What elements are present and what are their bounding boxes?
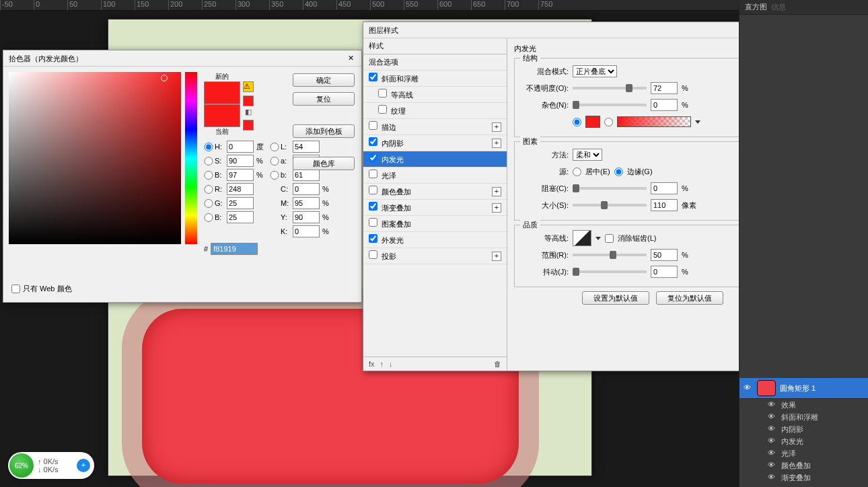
glow-gradient-swatch[interactable] [617,116,691,127]
plus-icon[interactable]: + [492,187,501,196]
style-item-checkbox[interactable] [369,202,377,211]
fx-sub-item[interactable]: 👁内阴影 [739,423,868,435]
web-swatch[interactable] [243,120,254,130]
hue-strip[interactable] [185,72,197,244]
blend-options-item[interactable]: 混合选项 [363,54,507,71]
style-item[interactable]: 内阴影+ [363,135,507,151]
choke-input[interactable] [651,182,678,194]
style-item-checkbox[interactable] [369,137,377,146]
noise-slider[interactable] [573,104,647,106]
style-item[interactable]: 等高线 [363,87,507,103]
input-y[interactable] [293,211,320,223]
gamut-swatch[interactable] [243,96,254,106]
network-widget[interactable]: 62% ↑ 0K/s↓ 0K/s + [8,452,94,479]
input-k[interactable] [293,225,320,237]
source-edge-radio[interactable] [614,167,623,176]
style-item[interactable]: 外发光 [363,232,507,248]
radio-b2[interactable] [204,213,213,222]
input-h[interactable] [227,141,254,153]
plus-icon[interactable]: + [492,122,501,132]
glow-gradient-radio[interactable] [604,118,613,126]
glow-solid-radio[interactable] [573,118,581,126]
style-item-checkbox[interactable] [369,121,377,130]
input-s[interactable] [227,155,254,167]
style-item[interactable]: 投影+ [363,248,507,264]
fx-sub-item[interactable]: 👁内发光 [739,435,868,447]
fx-sub-item[interactable]: 👁渐变叠加 [739,472,868,484]
range-input[interactable] [651,249,678,261]
chevron-down-icon[interactable] [695,120,700,124]
plus-icon[interactable]: + [77,459,90,472]
size-input[interactable] [651,199,678,211]
plus-icon[interactable]: + [492,203,501,213]
jitter-input[interactable] [651,266,678,278]
trash-icon[interactable]: 🗑 [494,360,501,368]
fx-sub-item[interactable]: 👁颜色叠加 [739,459,868,472]
style-item[interactable]: 图案叠加 [363,216,507,232]
source-center-radio[interactable] [573,167,581,176]
style-item-checkbox[interactable] [369,234,377,243]
radio-b[interactable] [270,171,279,180]
noise-input[interactable] [651,99,678,111]
input-g[interactable] [227,197,254,209]
plus-icon[interactable]: + [492,252,501,261]
style-item[interactable]: 斜面和浮雕 [363,71,507,87]
style-item-checkbox[interactable] [369,218,377,227]
style-item[interactable]: 描边+ [363,119,507,135]
fx-icon[interactable]: fx [369,360,375,368]
style-item-checkbox[interactable] [369,73,377,81]
style-item-checkbox[interactable] [369,186,377,194]
opacity-input[interactable] [651,82,678,94]
color-lib-button[interactable]: 颜色库 [293,157,355,170]
style-item[interactable]: 颜色叠加+ [363,184,507,200]
radio-bv[interactable] [204,171,213,180]
new-color-swatch[interactable] [204,81,240,104]
style-item[interactable]: 内发光 [363,151,507,167]
input-b2[interactable] [227,211,254,223]
style-item-checkbox[interactable] [369,250,377,259]
set-default-button[interactable]: 设置为默认值 [582,291,649,305]
method-select[interactable]: 柔和 [573,149,602,161]
add-swatch-button[interactable]: 添加到色板 [293,124,355,138]
radio-h[interactable] [204,143,213,151]
gamut-warning-icon[interactable]: ⚠ [243,81,254,92]
style-item-checkbox[interactable] [378,105,387,114]
antialias-checkbox[interactable] [605,234,614,243]
input-b[interactable] [293,169,320,181]
style-item[interactable]: 光泽 [363,167,507,184]
opacity-slider[interactable] [573,87,647,89]
color-field[interactable] [9,72,181,244]
input-bv[interactable] [227,169,254,181]
choke-slider[interactable] [573,187,647,190]
input-c[interactable] [293,183,320,195]
panel-tabs[interactable]: 直方图 信息 [739,0,868,15]
arrow-down-icon[interactable]: ↓ [389,360,393,368]
style-item-checkbox[interactable] [378,89,387,98]
radio-r[interactable] [204,185,213,194]
style-item[interactable]: 渐变叠加+ [363,200,507,216]
style-item-checkbox[interactable] [369,153,377,162]
jitter-slider[interactable] [573,270,647,273]
fx-header[interactable]: 👁效果 [739,399,868,411]
cube-icon[interactable]: ◧ [243,108,254,118]
color-picker-titlebar[interactable]: 拾色器（内发光颜色） ✕ [3,50,361,67]
contour-picker[interactable] [573,230,591,246]
radio-a[interactable] [270,157,279,165]
eye-icon[interactable]: 👁 [744,383,753,393]
current-color-swatch[interactable] [204,104,240,127]
arrow-up-icon[interactable]: ↑ [380,360,384,368]
fx-sub-item[interactable]: 👁斜面和浮雕 [739,411,868,423]
input-m[interactable] [293,197,320,209]
glow-color-swatch[interactable] [585,116,600,128]
web-only-checkbox[interactable] [11,285,20,293]
fx-sub-item[interactable]: 👁光泽 [739,447,868,459]
close-icon[interactable]: ✕ [345,53,356,64]
hex-input[interactable] [211,243,258,255]
range-slider[interactable] [573,254,647,256]
radio-g[interactable] [204,199,213,208]
layer-row[interactable]: 👁 圆角矩形 1 [739,378,868,399]
chevron-down-icon[interactable] [595,237,601,240]
blend-mode-select[interactable]: 正片叠底 [573,65,617,77]
style-item[interactable]: 纹理 [363,103,507,119]
radio-s[interactable] [204,157,213,165]
